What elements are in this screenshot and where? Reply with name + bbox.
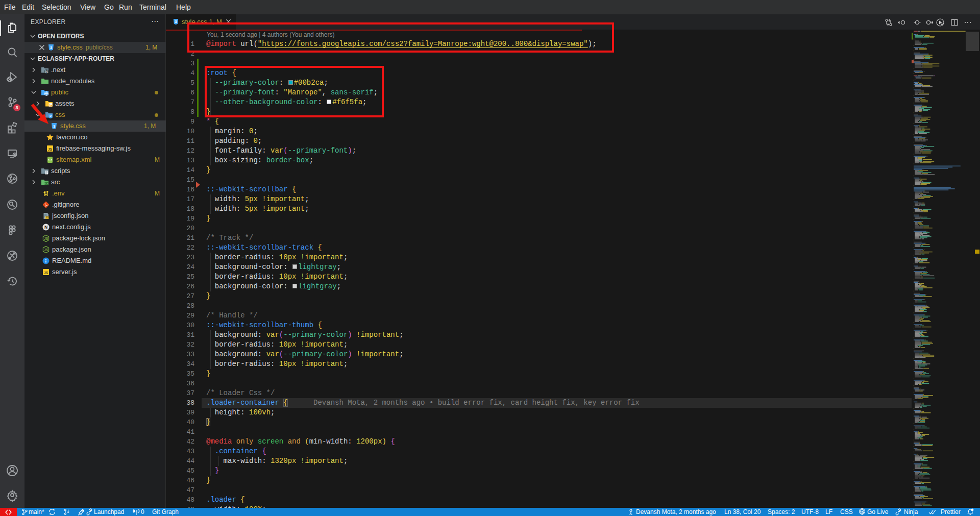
svg-text:N: N — [45, 70, 47, 73]
svg-text:3: 3 — [50, 45, 52, 50]
svg-text:3: 3 — [175, 20, 177, 23]
svg-text:JS: JS — [45, 216, 49, 219]
svg-text:N: N — [44, 225, 47, 230]
svg-text:JS: JS — [44, 248, 48, 252]
svg-text:JS: JS — [44, 271, 48, 275]
svg-text:JS: JS — [48, 148, 53, 151]
svg-text:JS: JS — [44, 237, 48, 240]
